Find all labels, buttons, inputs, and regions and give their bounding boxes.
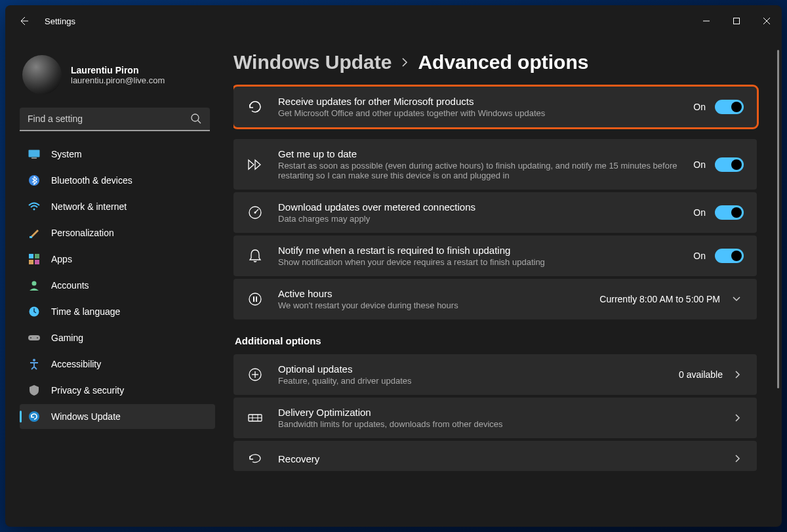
setting-get-me-up-to-date[interactable]: Get me up to date Restart as soon as pos… <box>233 139 757 190</box>
setting-recovery[interactable]: Recovery <box>233 441 757 471</box>
plus-circle-icon <box>247 366 264 383</box>
setting-subtitle: Data charges may apply <box>278 214 679 224</box>
toggle-switch[interactable] <box>715 249 744 263</box>
meter-icon <box>247 204 264 221</box>
active-hours-value: Currently 8:00 AM to 5:00 PM <box>599 294 720 304</box>
sidebar-item-label: Bluetooth & devices <box>51 175 132 186</box>
setting-restart-notify[interactable]: Notify me when a restart is required to … <box>233 235 757 276</box>
recovery-icon <box>247 450 264 467</box>
setting-subtitle: Restart as soon as possible (even during… <box>278 161 679 180</box>
sidebar-item-label: Network & internet <box>51 201 127 212</box>
content-area: Windows Update Advanced options Receive … <box>222 37 782 527</box>
sidebar-item-label: Gaming <box>51 333 83 343</box>
sidebar-item-label: Accounts <box>51 280 89 291</box>
maximize-button[interactable] <box>721 10 752 31</box>
toggle-state-label: On <box>693 207 706 218</box>
bell-icon <box>247 247 264 264</box>
svg-rect-11 <box>29 254 33 258</box>
svg-rect-10 <box>30 236 32 238</box>
optional-updates-value: 0 available <box>679 369 723 380</box>
sidebar-item-privacy-security[interactable]: Privacy & security <box>20 378 215 403</box>
brush-icon <box>28 226 41 239</box>
setting-title: Active hours <box>278 288 585 299</box>
toggle-state-label: On <box>693 159 706 170</box>
section-header-additional: Additional options <box>235 335 757 346</box>
breadcrumb-current: Advanced options <box>418 51 588 73</box>
scrollbar-thumb[interactable] <box>777 50 779 388</box>
svg-rect-26 <box>256 297 257 302</box>
close-button[interactable] <box>752 10 782 31</box>
setting-title: Delivery Optimization <box>278 407 717 418</box>
scrollbar[interactable] <box>777 50 779 520</box>
avatar <box>22 55 62 94</box>
sidebar-item-accessibility[interactable]: Accessibility <box>20 352 215 377</box>
gamepad-icon <box>28 331 41 344</box>
toggle-switch[interactable] <box>715 100 744 114</box>
sidebar-item-gaming[interactable]: Gaming <box>20 325 215 350</box>
pause-clock-icon <box>247 291 264 308</box>
setting-delivery-optimization[interactable]: Delivery Optimization Bandwidth limits f… <box>233 398 757 438</box>
sidebar-item-bluetooth[interactable]: Bluetooth & devices <box>20 168 215 193</box>
search-input[interactable] <box>20 108 210 131</box>
sidebar-item-windows-update[interactable]: Windows Update <box>20 404 215 429</box>
fast-forward-icon <box>247 156 264 173</box>
sidebar-item-label: Time & language <box>51 306 120 317</box>
svg-point-15 <box>32 281 37 286</box>
profile-block[interactable]: Laurentiu Piron laurentiu.piron@live.com <box>20 50 215 108</box>
titlebar: Settings <box>5 5 782 37</box>
monitor-icon <box>28 148 41 161</box>
profile-email: laurentiu.piron@live.com <box>71 75 165 85</box>
chevron-right-icon <box>732 413 744 422</box>
setting-active-hours[interactable]: Active hours We won't restart your devic… <box>233 279 757 319</box>
setting-metered-connections[interactable]: Download updates over metered connection… <box>233 192 757 233</box>
update-icon <box>28 410 41 423</box>
svg-point-20 <box>33 359 35 361</box>
chevron-down-icon <box>729 296 744 302</box>
setting-subtitle: Show notification when your device requi… <box>278 257 679 267</box>
svg-rect-6 <box>29 150 40 157</box>
sidebar-item-time-language[interactable]: Time & language <box>20 299 215 324</box>
profile-name: Laurentiu Piron <box>71 65 165 75</box>
setting-receive-other-products[interactable]: Receive updates for other Microsoft prod… <box>233 87 757 127</box>
breadcrumb-parent[interactable]: Windows Update <box>233 51 392 73</box>
sidebar-item-label: Windows Update <box>51 411 121 422</box>
svg-point-24 <box>249 293 261 305</box>
svg-rect-13 <box>29 260 33 264</box>
nav-list: System Bluetooth & devices Network & int… <box>20 142 215 429</box>
sidebar-item-network[interactable]: Network & internet <box>20 194 215 219</box>
sidebar-item-apps[interactable]: Apps <box>20 247 215 272</box>
setting-title: Get me up to date <box>278 148 679 159</box>
svg-point-9 <box>33 209 35 211</box>
sidebar-item-accounts[interactable]: Accounts <box>20 273 215 298</box>
app-title: Settings <box>45 16 75 26</box>
sidebar-item-system[interactable]: System <box>20 142 215 167</box>
person-icon <box>28 279 41 292</box>
setting-subtitle: Get Microsoft Office and other updates t… <box>278 108 679 118</box>
setting-title: Receive updates for other Microsoft prod… <box>278 96 679 107</box>
sidebar-item-label: Privacy & security <box>51 385 124 396</box>
setting-optional-updates[interactable]: Optional updates Feature, quality, and d… <box>233 354 757 395</box>
setting-title: Download updates over metered connection… <box>278 201 679 213</box>
history-icon <box>247 98 264 115</box>
sidebar-item-personalization[interactable]: Personalization <box>20 220 215 245</box>
svg-rect-25 <box>253 297 254 302</box>
toggle-switch[interactable] <box>715 205 744 220</box>
svg-point-21 <box>29 411 39 422</box>
svg-point-18 <box>30 337 31 338</box>
setting-title: Recovery <box>278 453 717 464</box>
toggle-switch[interactable] <box>715 157 744 172</box>
minimize-button[interactable] <box>691 10 721 31</box>
svg-rect-12 <box>35 254 39 258</box>
shield-icon <box>28 384 41 397</box>
svg-point-4 <box>192 114 199 121</box>
search-icon <box>190 113 202 125</box>
svg-rect-1 <box>734 18 740 24</box>
svg-rect-7 <box>31 157 37 159</box>
svg-rect-14 <box>35 260 39 264</box>
sidebar-item-label: Accessibility <box>51 359 101 369</box>
chevron-right-icon <box>401 57 409 68</box>
setting-subtitle: Bandwidth limits for updates, downloads … <box>278 419 717 429</box>
back-button[interactable] <box>14 12 33 30</box>
breadcrumb: Windows Update Advanced options <box>233 51 757 73</box>
setting-title: Notify me when a restart is required to … <box>278 245 679 256</box>
